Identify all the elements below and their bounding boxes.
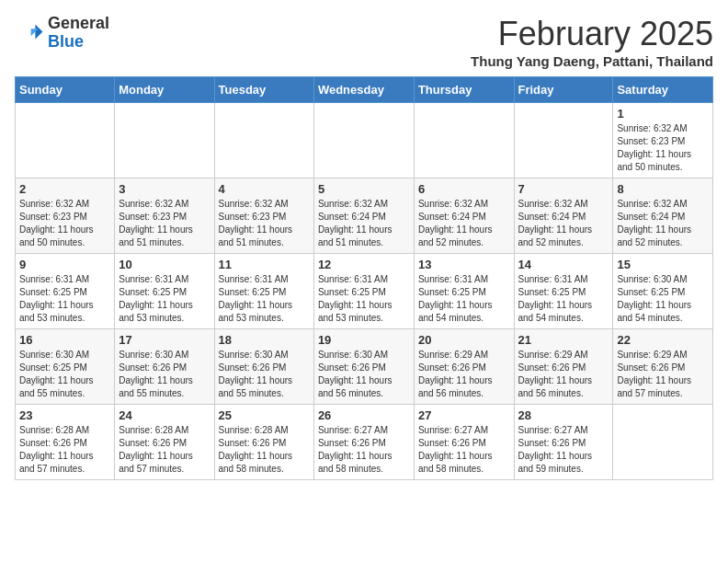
- day-number: 11: [219, 258, 310, 271]
- day-number: 21: [518, 333, 609, 347]
- day-info: Sunrise: 6:32 AM Sunset: 6:23 PM Dayligh…: [219, 198, 310, 249]
- calendar-cell: 8Sunrise: 6:32 AM Sunset: 6:24 PM Daylig…: [613, 178, 713, 254]
- location-title: Thung Yang Daeng, Pattani, Thailand: [471, 53, 713, 69]
- day-number: 12: [318, 258, 410, 271]
- calendar-cell: 12Sunrise: 6:31 AM Sunset: 6:25 PM Dayli…: [313, 254, 414, 329]
- logo-icon: [15, 18, 44, 48]
- logo-text: General Blue: [48, 15, 109, 52]
- calendar-cell: 18Sunrise: 6:30 AM Sunset: 6:26 PM Dayli…: [214, 329, 313, 405]
- day-info: Sunrise: 6:31 AM Sunset: 6:25 PM Dayligh…: [19, 273, 110, 325]
- day-info: Sunrise: 6:29 AM Sunset: 6:26 PM Dayligh…: [617, 349, 709, 400]
- calendar-week-row: 16Sunrise: 6:30 AM Sunset: 6:25 PM Dayli…: [16, 329, 713, 405]
- day-info: Sunrise: 6:30 AM Sunset: 6:25 PM Dayligh…: [617, 273, 709, 325]
- calendar-cell: 9Sunrise: 6:31 AM Sunset: 6:25 PM Daylig…: [16, 254, 115, 329]
- day-number: 7: [518, 182, 609, 196]
- calendar-header-row: SundayMondayTuesdayWednesdayThursdayFrid…: [16, 77, 713, 103]
- day-info: Sunrise: 6:30 AM Sunset: 6:26 PM Dayligh…: [219, 349, 310, 400]
- day-number: 6: [418, 182, 510, 196]
- day-info: Sunrise: 6:29 AM Sunset: 6:26 PM Dayligh…: [418, 349, 510, 400]
- logo-general: General: [48, 14, 109, 32]
- day-number: 8: [617, 182, 709, 196]
- day-number: 13: [418, 258, 510, 271]
- calendar-cell: 5Sunrise: 6:32 AM Sunset: 6:24 PM Daylig…: [313, 178, 414, 254]
- day-info: Sunrise: 6:32 AM Sunset: 6:24 PM Dayligh…: [518, 198, 609, 249]
- day-info: Sunrise: 6:29 AM Sunset: 6:26 PM Dayligh…: [518, 349, 609, 400]
- day-number: 22: [617, 333, 709, 347]
- day-info: Sunrise: 6:27 AM Sunset: 6:26 PM Dayligh…: [418, 424, 510, 476]
- title-block: February 2025 Thung Yang Daeng, Pattani,…: [471, 15, 713, 69]
- logo: General Blue: [15, 15, 109, 52]
- calendar-cell: [115, 103, 214, 178]
- day-info: Sunrise: 6:32 AM Sunset: 6:23 PM Dayligh…: [119, 198, 210, 249]
- day-info: Sunrise: 6:30 AM Sunset: 6:26 PM Dayligh…: [318, 349, 410, 400]
- weekday-header: Wednesday: [313, 77, 414, 103]
- day-number: 23: [19, 408, 110, 422]
- calendar-cell: 6Sunrise: 6:32 AM Sunset: 6:24 PM Daylig…: [414, 178, 514, 254]
- weekday-header: Friday: [514, 77, 613, 103]
- day-number: 26: [318, 408, 410, 422]
- calendar-cell: 7Sunrise: 6:32 AM Sunset: 6:24 PM Daylig…: [514, 178, 613, 254]
- calendar-cell: [313, 103, 414, 178]
- calendar-cell: 10Sunrise: 6:31 AM Sunset: 6:25 PM Dayli…: [115, 254, 214, 329]
- day-number: 16: [19, 333, 110, 347]
- day-info: Sunrise: 6:31 AM Sunset: 6:25 PM Dayligh…: [418, 273, 510, 325]
- calendar-cell: 28Sunrise: 6:27 AM Sunset: 6:26 PM Dayli…: [514, 405, 613, 480]
- day-number: 27: [418, 408, 510, 422]
- day-number: 19: [318, 333, 410, 347]
- calendar-cell: [414, 103, 514, 178]
- calendar-cell: [514, 103, 613, 178]
- calendar-cell: [613, 405, 713, 480]
- svg-marker-0: [35, 24, 42, 39]
- day-number: 4: [219, 182, 310, 196]
- calendar-cell: 11Sunrise: 6:31 AM Sunset: 6:25 PM Dayli…: [214, 254, 313, 329]
- day-info: Sunrise: 6:32 AM Sunset: 6:23 PM Dayligh…: [617, 122, 709, 174]
- day-number: 14: [518, 258, 609, 271]
- calendar-cell: 19Sunrise: 6:30 AM Sunset: 6:26 PM Dayli…: [313, 329, 414, 405]
- day-info: Sunrise: 6:31 AM Sunset: 6:25 PM Dayligh…: [219, 273, 310, 325]
- day-info: Sunrise: 6:30 AM Sunset: 6:25 PM Dayligh…: [19, 349, 110, 400]
- calendar-cell: [214, 103, 313, 178]
- day-info: Sunrise: 6:27 AM Sunset: 6:26 PM Dayligh…: [318, 424, 410, 476]
- logo-blue-text: Blue: [48, 32, 84, 51]
- calendar-cell: 24Sunrise: 6:28 AM Sunset: 6:26 PM Dayli…: [115, 405, 214, 480]
- day-info: Sunrise: 6:31 AM Sunset: 6:25 PM Dayligh…: [318, 273, 410, 325]
- calendar-week-row: 23Sunrise: 6:28 AM Sunset: 6:26 PM Dayli…: [16, 405, 713, 480]
- calendar-cell: 2Sunrise: 6:32 AM Sunset: 6:23 PM Daylig…: [16, 178, 115, 254]
- month-title: February 2025: [471, 15, 713, 53]
- page-header: General Blue February 2025 Thung Yang Da…: [15, 15, 713, 69]
- day-info: Sunrise: 6:27 AM Sunset: 6:26 PM Dayligh…: [518, 424, 609, 476]
- calendar-cell: 25Sunrise: 6:28 AM Sunset: 6:26 PM Dayli…: [214, 405, 313, 480]
- calendar-table: SundayMondayTuesdayWednesdayThursdayFrid…: [15, 76, 713, 480]
- day-number: 28: [518, 408, 609, 422]
- weekday-header: Thursday: [414, 77, 514, 103]
- weekday-header: Sunday: [16, 77, 115, 103]
- day-number: 15: [617, 258, 709, 271]
- day-info: Sunrise: 6:31 AM Sunset: 6:25 PM Dayligh…: [518, 273, 609, 325]
- day-info: Sunrise: 6:31 AM Sunset: 6:25 PM Dayligh…: [119, 273, 210, 325]
- calendar-cell: 21Sunrise: 6:29 AM Sunset: 6:26 PM Dayli…: [514, 329, 613, 405]
- day-info: Sunrise: 6:30 AM Sunset: 6:26 PM Dayligh…: [119, 349, 210, 400]
- calendar-cell: 23Sunrise: 6:28 AM Sunset: 6:26 PM Dayli…: [16, 405, 115, 480]
- calendar-week-row: 2Sunrise: 6:32 AM Sunset: 6:23 PM Daylig…: [16, 178, 713, 254]
- calendar-cell: 15Sunrise: 6:30 AM Sunset: 6:25 PM Dayli…: [613, 254, 713, 329]
- calendar-cell: 27Sunrise: 6:27 AM Sunset: 6:26 PM Dayli…: [414, 405, 514, 480]
- calendar-cell: 1Sunrise: 6:32 AM Sunset: 6:23 PM Daylig…: [613, 103, 713, 178]
- calendar-cell: 3Sunrise: 6:32 AM Sunset: 6:23 PM Daylig…: [115, 178, 214, 254]
- weekday-header: Monday: [115, 77, 214, 103]
- day-info: Sunrise: 6:32 AM Sunset: 6:24 PM Dayligh…: [318, 198, 410, 249]
- weekday-header: Saturday: [613, 77, 713, 103]
- day-number: 3: [119, 182, 210, 196]
- day-number: 10: [119, 258, 210, 271]
- day-number: 2: [19, 182, 110, 196]
- day-info: Sunrise: 6:28 AM Sunset: 6:26 PM Dayligh…: [119, 424, 210, 476]
- weekday-header: Tuesday: [214, 77, 313, 103]
- day-number: 1: [617, 107, 709, 121]
- day-number: 20: [418, 333, 510, 347]
- calendar-cell: 4Sunrise: 6:32 AM Sunset: 6:23 PM Daylig…: [214, 178, 313, 254]
- day-info: Sunrise: 6:32 AM Sunset: 6:23 PM Dayligh…: [19, 198, 110, 249]
- day-number: 25: [219, 408, 310, 422]
- calendar-cell: 13Sunrise: 6:31 AM Sunset: 6:25 PM Dayli…: [414, 254, 514, 329]
- calendar-cell: 22Sunrise: 6:29 AM Sunset: 6:26 PM Dayli…: [613, 329, 713, 405]
- day-number: 17: [119, 333, 210, 347]
- day-number: 24: [119, 408, 210, 422]
